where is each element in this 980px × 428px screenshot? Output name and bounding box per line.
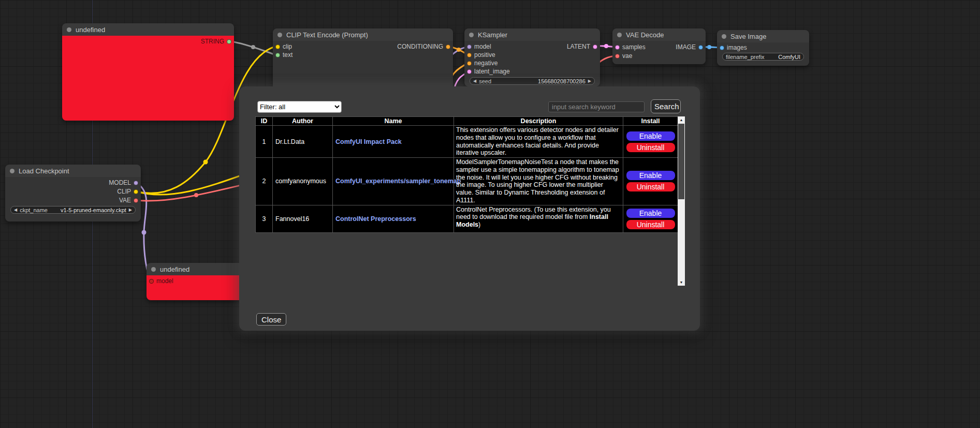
enable-button[interactable]: Enable xyxy=(626,209,675,218)
slot-dot-clip[interactable] xyxy=(134,189,138,194)
node-save-image[interactable]: Save Image images filename_prefix ComfyU… xyxy=(717,30,809,66)
link-midpoint-dot xyxy=(604,44,608,48)
scroll-thumb[interactable] xyxy=(678,124,684,199)
extension-table-container: ID Author Name Description Install 1 Dr.… xyxy=(255,116,678,286)
node-vae-decode[interactable]: VAE Decode samples vae IMAGE xyxy=(612,28,706,64)
filter-select[interactable]: Filter: all xyxy=(257,101,342,113)
output-slot-image[interactable]: IMAGE xyxy=(676,44,703,50)
ckpt-name-widget[interactable]: ckpt_name v1-5-pruned-emaonly.ckpt xyxy=(10,206,136,214)
slot-dot-latent[interactable] xyxy=(467,69,472,74)
slot-dot-image[interactable] xyxy=(698,45,703,50)
slot-dot-conditioning[interactable] xyxy=(467,61,472,66)
cell-author: Fannovel16 xyxy=(273,205,333,232)
collapse-dot-icon[interactable] xyxy=(277,33,282,37)
input-slot-images[interactable]: images xyxy=(720,45,747,51)
output-slot-conditioning[interactable]: CONDITIONING xyxy=(397,43,450,50)
table-row: 3 Fannovel16 ControlNet Preprocessors Co… xyxy=(256,205,678,232)
node-header[interactable]: undefined xyxy=(62,23,234,36)
scroll-up-icon[interactable] xyxy=(678,116,685,123)
enable-button[interactable]: Enable xyxy=(626,131,675,141)
slot-dot-string[interactable] xyxy=(275,53,280,57)
node-graph-canvas[interactable]: undefined STRING CLIP Text Encode (Promp… xyxy=(0,0,980,428)
node-header[interactable]: Save Image xyxy=(717,30,809,42)
uninstall-button[interactable]: Uninstall xyxy=(626,143,675,152)
increment-arrow-icon[interactable] xyxy=(588,79,591,83)
cell-author: Dr.Lt.Data xyxy=(273,126,333,158)
decrement-arrow-icon[interactable] xyxy=(473,79,476,83)
node-title: CLIP Text Encode (Prompt) xyxy=(286,31,368,39)
input-slot-samples[interactable]: samples xyxy=(615,44,646,50)
extension-link[interactable]: ComfyUI Impact Pack xyxy=(335,138,402,145)
slot-label: IMAGE xyxy=(676,43,696,51)
output-slot-clip[interactable]: CLIP xyxy=(117,188,138,195)
scroll-down-icon[interactable] xyxy=(678,279,685,286)
collapse-dot-icon[interactable] xyxy=(151,267,156,272)
slot-label: clip xyxy=(283,43,292,50)
collapse-dot-icon[interactable] xyxy=(67,27,71,32)
search-input[interactable] xyxy=(548,101,645,112)
cell-description: ModelSamplerTonemapNoiseTest a node that… xyxy=(454,158,623,205)
output-slot-vae[interactable]: VAE xyxy=(119,197,138,203)
slot-label: STRING xyxy=(201,38,224,45)
cell-id: 2 xyxy=(256,158,273,205)
cell-id: 1 xyxy=(256,126,273,158)
node-ksampler[interactable]: KSampler model positive negative latent_… xyxy=(464,28,600,86)
node-error-top[interactable]: undefined STRING xyxy=(62,23,234,121)
slot-dot-conditioning[interactable] xyxy=(446,45,450,49)
slot-dot-model[interactable] xyxy=(149,279,154,284)
collapse-dot-icon[interactable] xyxy=(469,33,474,37)
seed-widget[interactable]: seed 156680208700286 xyxy=(470,77,595,85)
slot-label: VAE xyxy=(119,197,131,204)
collapse-dot-icon[interactable] xyxy=(10,169,14,173)
increment-arrow-icon[interactable] xyxy=(129,208,132,212)
extension-link[interactable]: ComfyUI_experiments/sampler_tonemap xyxy=(335,178,461,185)
input-slot-model[interactable]: model xyxy=(467,43,491,50)
decrement-arrow-icon[interactable] xyxy=(14,208,17,212)
input-slot-latent-image[interactable]: latent_image xyxy=(467,68,510,75)
input-slot-clip[interactable]: clip xyxy=(275,43,292,50)
table-scrollbar[interactable] xyxy=(678,116,685,286)
slot-label: model xyxy=(156,277,173,285)
output-slot-model[interactable]: MODEL xyxy=(109,180,138,186)
uninstall-button[interactable]: Uninstall xyxy=(626,220,675,229)
slot-dot-conditioning[interactable] xyxy=(467,53,472,57)
col-header-install: Install xyxy=(623,117,678,126)
node-header[interactable]: CLIP Text Encode (Prompt) xyxy=(273,28,453,41)
uninstall-button[interactable]: Uninstall xyxy=(626,182,675,191)
extension-link[interactable]: ControlNet Preprocessors xyxy=(335,215,416,223)
node-header[interactable]: VAE Decode xyxy=(612,28,706,41)
slot-label: MODEL xyxy=(109,179,131,186)
node-header[interactable]: KSampler xyxy=(464,28,600,41)
slot-dot-model[interactable] xyxy=(467,45,472,49)
widget-value: ComfyUI xyxy=(778,54,800,60)
node-load-checkpoint[interactable]: Load Checkpoint MODEL CLIP VAE ckpt_name… xyxy=(5,165,141,222)
close-button[interactable]: Close xyxy=(256,313,286,326)
cell-description: This extension offers various detector n… xyxy=(454,126,623,158)
input-slot-negative[interactable]: negative xyxy=(467,60,498,66)
output-slot-latent[interactable]: LATENT xyxy=(567,43,597,50)
input-slot-vae[interactable]: vae xyxy=(615,53,632,59)
filename-prefix-widget[interactable]: filename_prefix ComfyUI xyxy=(722,53,804,61)
slot-dot-vae[interactable] xyxy=(615,54,620,58)
collapse-dot-icon[interactable] xyxy=(722,34,726,39)
node-body: model positive negative latent_image LAT… xyxy=(464,41,600,86)
input-slot-text[interactable]: text xyxy=(275,52,292,58)
node-title: undefined xyxy=(76,26,105,34)
slot-dot-latent[interactable] xyxy=(615,45,620,50)
slot-dot-clip[interactable] xyxy=(275,45,280,49)
slot-dot-image[interactable] xyxy=(720,46,724,50)
widget-value: v1-5-pruned-emaonly.ckpt xyxy=(61,207,126,213)
slot-dot-model[interactable] xyxy=(134,181,138,185)
node-clip-text-encode[interactable]: CLIP Text Encode (Prompt) clip text COND… xyxy=(273,28,453,93)
collapse-dot-icon[interactable] xyxy=(617,33,622,37)
node-header[interactable]: Load Checkpoint xyxy=(5,165,141,177)
output-slot-string[interactable]: STRING xyxy=(201,38,231,45)
slot-dot-vae[interactable] xyxy=(134,198,138,203)
slot-dot-string[interactable] xyxy=(227,39,231,44)
slot-dot-latent[interactable] xyxy=(593,45,597,49)
description-text: ControlNet Preprocessors. (To use this e… xyxy=(456,206,611,221)
enable-button[interactable]: Enable xyxy=(626,171,675,180)
search-button[interactable]: Search xyxy=(651,99,681,113)
input-slot-model[interactable]: model xyxy=(149,278,173,284)
input-slot-positive[interactable]: positive xyxy=(467,52,495,58)
